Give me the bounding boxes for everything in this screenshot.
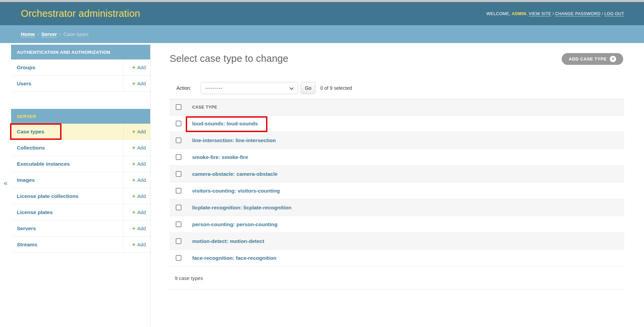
users-add-link[interactable]: +Add — [132, 81, 146, 86]
welcome-text: WELCOME, — [486, 11, 510, 16]
license-plates-add-link[interactable]: +Add — [132, 209, 146, 215]
plus-icon: + — [610, 56, 616, 62]
sidebar-section-caption: SERVER — [11, 109, 150, 124]
sidebar-item-case-types: Case types +Add — [11, 124, 150, 140]
sidebar-item-streams: Streams +Add — [11, 237, 150, 253]
result-list: CASE TYPE loud-sounds: loud-sounds line-… — [170, 99, 624, 267]
chevron-down-icon — [290, 85, 294, 90]
streams-add-link[interactable]: +Add — [132, 242, 146, 247]
sidebar-section-auth: AUTHENTICATION AND AUTHORIZATION Groups … — [11, 45, 150, 92]
sidebar-item-groups: Groups +Add — [11, 59, 150, 76]
row-checkbox[interactable] — [176, 205, 181, 210]
case-type-link[interactable]: camera-obstacle: camera-obstacle — [188, 171, 277, 177]
nav-sidebar: AUTHENTICATION AND AUTHORIZATION Groups … — [11, 43, 151, 327]
case-type-link[interactable]: loud-sounds: loud-sounds — [188, 121, 258, 126]
breadcrumb-server-link[interactable]: Server — [41, 31, 57, 37]
breadcrumb-current: Case types — [63, 31, 88, 37]
executable-instances-add-link[interactable]: +Add — [132, 161, 146, 167]
sidebar-item-license-plates: License plates +Add — [11, 204, 150, 220]
images-link[interactable]: Images — [17, 177, 35, 183]
case-type-link[interactable]: licplate-recognition: licplate-recogniti… — [188, 205, 291, 210]
user-tools-separator: / — [602, 11, 603, 16]
row-checkbox[interactable] — [176, 255, 181, 261]
table-row: smoke-fire: smoke-fire — [170, 149, 624, 166]
actions-bar: Action: --------- Go 0 of 9 selected — [176, 82, 352, 94]
action-select[interactable]: --------- — [201, 82, 298, 94]
table-row: person-counting: person-counting — [170, 216, 624, 233]
result-count: 9 case types — [175, 275, 203, 282]
sidebar-collapse-toggle[interactable]: « — [0, 179, 11, 187]
change-password-link[interactable]: CHANGE PASSWORD — [555, 11, 600, 16]
executable-instances-link[interactable]: Executable instances — [17, 161, 70, 167]
plus-icon: + — [132, 209, 135, 215]
selection-counter: 0 of 9 selected — [320, 85, 352, 91]
add-case-type-button[interactable]: ADD CASE TYPE + — [562, 53, 623, 65]
case-type-link[interactable]: motion-detect: motion-detect — [188, 238, 264, 244]
logout-link[interactable]: LOG OUT — [604, 11, 624, 16]
table-row: camera-obstacle: camera-obstacle — [170, 166, 624, 182]
case-type-link[interactable]: face-recognition: face-recognition — [188, 255, 276, 261]
plus-icon: + — [132, 81, 135, 86]
table-row: licplate-recognition: licplate-recogniti… — [170, 199, 624, 216]
plus-icon: + — [132, 193, 135, 199]
collections-add-link[interactable]: +Add — [132, 145, 146, 151]
case-type-link[interactable]: person-counting: person-counting — [188, 221, 277, 227]
sidebar-item-images: Images +Add — [11, 172, 150, 188]
action-label: Action: — [176, 85, 191, 91]
users-link[interactable]: Users — [17, 81, 31, 86]
action-select-value: --------- — [205, 85, 290, 91]
groups-link[interactable]: Groups — [17, 65, 35, 70]
table-row: face-recognition: face-recognition — [170, 250, 624, 267]
streams-link[interactable]: Streams — [17, 242, 37, 247]
table-row: visitors-counting: visitors-counting — [170, 182, 624, 199]
sidebar-section-caption: AUTHENTICATION AND AUTHORIZATION — [11, 45, 150, 59]
content-area: Select case type to change ADD CASE TYPE… — [170, 43, 644, 327]
plus-icon: + — [132, 65, 135, 70]
collections-link[interactable]: Collections — [17, 145, 45, 151]
license-plate-collections-add-link[interactable]: +Add — [132, 193, 146, 199]
plus-icon: + — [132, 145, 135, 151]
case-type-link[interactable]: visitors-counting: visitors-counting — [188, 188, 280, 194]
table-row: motion-detect: motion-detect — [170, 233, 624, 250]
plus-icon: + — [132, 226, 135, 231]
page-title: Select case type to change — [170, 53, 288, 64]
sidebar-section-gap — [11, 92, 150, 107]
plus-icon: + — [132, 177, 135, 183]
user-tools: WELCOME, ADMIN. VIEW SITE / CHANGE PASSW… — [486, 11, 624, 16]
row-checkbox[interactable] — [176, 137, 181, 143]
case-types-add-link[interactable]: +Add — [132, 129, 146, 134]
go-button[interactable]: Go — [301, 82, 315, 94]
breadcrumb-separator: › — [37, 31, 39, 37]
breadcrumb-home-link[interactable]: Home — [21, 31, 35, 37]
row-checkbox[interactable] — [176, 171, 181, 177]
view-site-link[interactable]: VIEW SITE — [529, 11, 551, 16]
license-plate-collections-link[interactable]: License plate collections — [17, 193, 78, 199]
servers-link[interactable]: Servers — [17, 226, 36, 231]
table-row: line-intersection: line-intersection — [170, 132, 624, 149]
sidebar-section-server: SERVER Case types +Add Collections +Add … — [11, 109, 150, 253]
column-header-case-type: CASE TYPE — [188, 105, 217, 110]
groups-add-link[interactable]: +Add — [132, 65, 146, 70]
username: ADMIN. — [512, 11, 527, 16]
table-row: loud-sounds: loud-sounds — [170, 115, 624, 132]
case-types-link[interactable]: Case types — [17, 129, 44, 134]
select-all-checkbox[interactable] — [176, 104, 181, 110]
sidebar-item-license-plate-collections: License plate collections +Add — [11, 188, 150, 204]
breadcrumb-separator: › — [59, 31, 61, 37]
row-checkbox[interactable] — [176, 221, 181, 227]
site-title[interactable]: Orchestrator administration — [21, 8, 140, 19]
plus-icon: + — [132, 242, 135, 247]
case-type-link[interactable]: line-intersection: line-intersection — [188, 137, 276, 143]
row-checkbox[interactable] — [176, 121, 181, 126]
servers-add-link[interactable]: +Add — [132, 226, 146, 231]
row-checkbox[interactable] — [176, 188, 181, 194]
license-plates-link[interactable]: License plates — [17, 209, 53, 215]
table-header-row: CASE TYPE — [170, 99, 624, 115]
images-add-link[interactable]: +Add — [132, 177, 146, 183]
sidebar-item-collections: Collections +Add — [11, 140, 150, 156]
divider — [170, 289, 624, 289]
row-checkbox[interactable] — [176, 238, 181, 244]
case-type-link[interactable]: smoke-fire: smoke-fire — [188, 154, 248, 160]
breadcrumb: Home › Server › Case types — [0, 25, 644, 43]
row-checkbox[interactable] — [176, 154, 181, 160]
